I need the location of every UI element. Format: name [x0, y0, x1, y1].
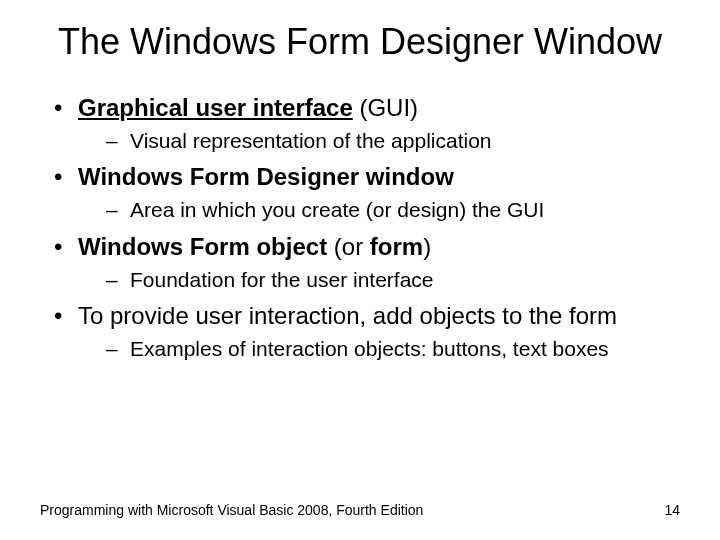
slide: The Windows Form Designer Window Graphic…	[0, 0, 720, 540]
page-number: 14	[664, 502, 680, 518]
bullet-2-term: Windows Form Designer window	[78, 163, 454, 190]
bullet-1-suffix: (GUI)	[353, 94, 418, 121]
sub-list-4: Examples of interaction objects: buttons…	[78, 335, 680, 362]
bullet-2: Windows Form Designer window Area in whi…	[50, 162, 680, 223]
bullet-3-post: )	[423, 233, 431, 260]
sub-list-2: Area in which you create (or design) the…	[78, 196, 680, 223]
sub-list-3: Foundation for the user interface	[78, 266, 680, 293]
bullet-1-term: Graphical user interface	[78, 94, 353, 121]
bullet-3-sub: Foundation for the user interface	[106, 266, 680, 293]
bullet-4-sub: Examples of interaction objects: buttons…	[106, 335, 680, 362]
bullet-4: To provide user interaction, add objects…	[50, 301, 680, 362]
bullet-3-form: form	[370, 233, 423, 260]
slide-title: The Windows Form Designer Window	[40, 20, 680, 63]
bullet-2-sub: Area in which you create (or design) the…	[106, 196, 680, 223]
bullet-3-mid: (or	[327, 233, 370, 260]
bullet-1-sub: Visual representation of the application	[106, 127, 680, 154]
sub-list-1: Visual representation of the application	[78, 127, 680, 154]
bullet-3: Windows Form object (or form) Foundation…	[50, 232, 680, 293]
bullet-3-term: Windows Form object	[78, 233, 327, 260]
bullet-1: Graphical user interface (GUI) Visual re…	[50, 93, 680, 154]
bullet-list: Graphical user interface (GUI) Visual re…	[40, 93, 680, 362]
footer-text: Programming with Microsoft Visual Basic …	[40, 502, 423, 518]
footer: Programming with Microsoft Visual Basic …	[40, 502, 680, 518]
bullet-4-text: To provide user interaction, add objects…	[78, 302, 617, 329]
